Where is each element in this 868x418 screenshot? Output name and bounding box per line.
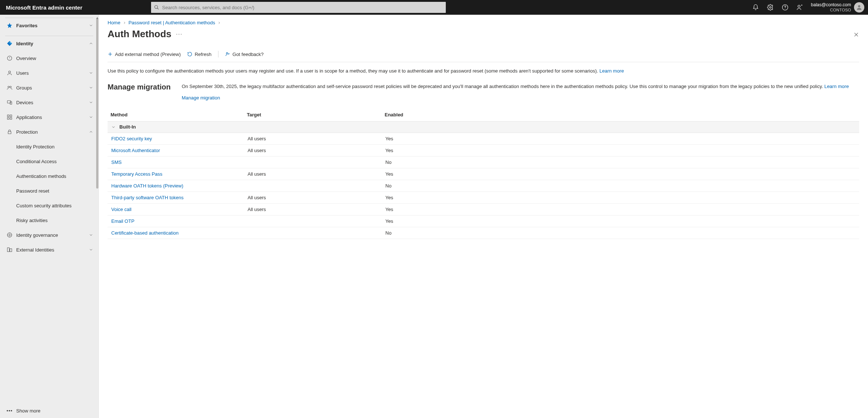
- methods-table: Method Target Enabled Built-In FIDO2 sec…: [108, 108, 859, 239]
- ellipsis-icon: •••: [5, 408, 14, 414]
- svg-rect-27: [10, 249, 12, 252]
- external-identities-icon: [5, 247, 14, 253]
- table-row[interactable]: Certificate-based authenticationNo: [108, 227, 859, 239]
- groups-icon: [5, 85, 14, 91]
- method-link[interactable]: Email OTP: [111, 218, 134, 224]
- table-row[interactable]: Voice callAll usersYes: [108, 204, 859, 215]
- svg-rect-15: [7, 115, 9, 117]
- account-menu[interactable]: balas@contoso.com CONTOSO: [807, 0, 868, 15]
- sidebar-item-external-identities[interactable]: External Identities: [0, 242, 98, 257]
- method-link[interactable]: Microsoft Authenticator: [111, 148, 160, 153]
- sidebar-subitem-identity-protection[interactable]: Identity Protection: [0, 139, 98, 154]
- table-header-row: Method Target Enabled: [108, 108, 859, 121]
- sidebar-item-label: Devices: [16, 100, 33, 105]
- devices-icon: [5, 99, 14, 105]
- global-search[interactable]: [151, 2, 446, 13]
- sidebar-favorites-header[interactable]: Favorites: [0, 18, 98, 33]
- sidebar-scrollbar[interactable]: [96, 19, 98, 189]
- search-input[interactable]: [162, 2, 446, 13]
- migration-learn-more-link[interactable]: Learn more: [824, 84, 848, 89]
- chevron-down-icon: [111, 125, 116, 129]
- method-link[interactable]: FIDO2 security key: [111, 136, 152, 141]
- command-bar: Add external method (Preview) Refresh Go…: [108, 47, 859, 62]
- sidebar-item-identity-governance[interactable]: Identity governance: [0, 228, 98, 242]
- svg-rect-19: [8, 131, 11, 134]
- svg-line-1: [157, 8, 159, 10]
- protection-icon: [5, 129, 14, 135]
- svg-rect-18: [10, 117, 12, 119]
- table-row[interactable]: Email OTPYes: [108, 215, 859, 227]
- breadcrumb-password-reset[interactable]: Password reset | Authentication methods: [129, 20, 215, 25]
- governance-icon: [5, 232, 14, 238]
- add-external-method-button[interactable]: Add external method (Preview): [108, 52, 181, 57]
- migration-description: On September 30th, 2025, the legacy mult…: [182, 84, 824, 89]
- method-link[interactable]: Hardware OATH tokens (Preview): [111, 183, 183, 189]
- chevron-down-icon: [89, 247, 93, 252]
- sidebar-identity-label: Identity: [16, 41, 33, 46]
- svg-rect-13: [7, 101, 11, 103]
- sidebar-subitem-password-reset[interactable]: Password reset: [0, 183, 98, 198]
- svg-rect-26: [7, 248, 9, 252]
- enabled-cell: No: [385, 230, 859, 236]
- table-row[interactable]: Third-party software OATH tokensAll user…: [108, 192, 859, 204]
- sidebar-subitem-custom-security-attributes[interactable]: Custom security attributes: [0, 198, 98, 213]
- chevron-up-icon: [89, 130, 93, 134]
- star-icon: [5, 22, 14, 28]
- sidebar-subitem-conditional-access[interactable]: Conditional Access: [0, 154, 98, 169]
- breadcrumb: Home Password reset | Authentication met…: [108, 20, 859, 25]
- breadcrumb-home[interactable]: Home: [108, 20, 120, 25]
- table-row[interactable]: Temporary Access PassAll usersYes: [108, 168, 859, 180]
- sidebar-identity-header[interactable]: Identity: [0, 36, 98, 51]
- target-cell: All users: [248, 195, 385, 200]
- table-row[interactable]: Microsoft AuthenticatorAll usersYes: [108, 145, 859, 157]
- settings-icon[interactable]: [763, 0, 778, 15]
- method-link[interactable]: Third-party software OATH tokens: [111, 195, 183, 200]
- close-blade-button[interactable]: [853, 32, 859, 38]
- svg-rect-17: [7, 117, 9, 119]
- sidebar-item-label: Authentication methods: [16, 173, 66, 179]
- chevron-down-icon: [89, 23, 93, 28]
- svg-point-32: [226, 53, 228, 54]
- sidebar: Favorites Identity Overview: [0, 15, 99, 418]
- sidebar-item-users[interactable]: Users: [0, 66, 98, 80]
- sidebar-subitem-risky-activities[interactable]: Risky activities: [0, 213, 98, 228]
- feedback-button[interactable]: Got feedback?: [225, 52, 264, 57]
- notifications-icon[interactable]: [748, 0, 763, 15]
- sidebar-subitem-authentication-methods[interactable]: Authentication methods: [0, 169, 98, 183]
- chevron-down-icon: [89, 71, 93, 75]
- sidebar-item-overview[interactable]: Overview: [0, 51, 98, 66]
- method-link[interactable]: Voice call: [111, 207, 132, 212]
- svg-point-2: [770, 7, 771, 8]
- policy-description-text: Use this policy to configure the authent…: [108, 68, 599, 74]
- method-link[interactable]: SMS: [111, 159, 122, 165]
- manage-migration-link[interactable]: Manage migration: [182, 95, 220, 101]
- migration-title: Manage migration: [108, 83, 171, 102]
- policy-learn-more-link[interactable]: Learn more: [599, 68, 624, 74]
- table-row[interactable]: FIDO2 security keyAll usersYes: [108, 133, 859, 145]
- table-group-builtin[interactable]: Built-In: [108, 121, 859, 133]
- sidebar-item-label: External Identities: [16, 247, 54, 253]
- migration-body: On September 30th, 2025, the legacy mult…: [182, 83, 849, 102]
- enabled-cell: No: [385, 159, 859, 165]
- svg-point-20: [9, 234, 10, 236]
- feedback-icon[interactable]: [792, 0, 807, 15]
- content-area: Home Password reset | Authentication met…: [99, 15, 868, 418]
- sidebar-item-label: Password reset: [16, 188, 49, 194]
- help-icon[interactable]: [778, 0, 792, 15]
- sidebar-show-more[interactable]: ••• Show more: [0, 403, 98, 418]
- method-link[interactable]: Temporary Access Pass: [111, 171, 162, 177]
- sidebar-item-devices[interactable]: Devices: [0, 95, 98, 110]
- table-row[interactable]: SMSNo: [108, 157, 859, 168]
- header-icons: [748, 0, 807, 15]
- command-label: Got feedback?: [232, 52, 264, 57]
- sidebar-item-groups[interactable]: Groups: [0, 80, 98, 95]
- account-email: balas@contoso.com: [811, 3, 851, 7]
- page-title: Auth Methods: [108, 28, 171, 40]
- sidebar-item-protection[interactable]: Protection: [0, 124, 98, 139]
- table-row[interactable]: Hardware OATH tokens (Preview)No: [108, 180, 859, 192]
- method-link[interactable]: Certificate-based authentication: [111, 230, 179, 236]
- sidebar-item-applications[interactable]: Applications: [0, 110, 98, 124]
- svg-point-10: [8, 71, 10, 73]
- refresh-button[interactable]: Refresh: [187, 52, 211, 57]
- page-more-actions[interactable]: ···: [176, 33, 182, 35]
